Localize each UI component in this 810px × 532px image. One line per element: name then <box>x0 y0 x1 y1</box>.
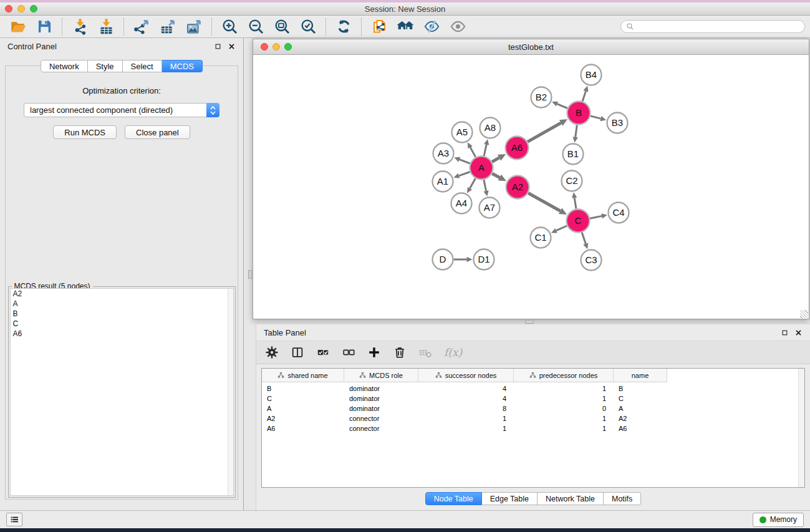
tab-select[interactable]: Select <box>123 60 162 72</box>
table-panel-float-button[interactable] <box>781 329 789 337</box>
tab-motifs[interactable]: Motifs <box>604 492 641 505</box>
result-list-item[interactable]: A <box>11 299 233 309</box>
result-list-item[interactable]: B <box>11 309 233 319</box>
graph-edge-B-B1[interactable] <box>573 125 578 142</box>
new-network-from-selection-button[interactable] <box>366 17 392 37</box>
graph-node-A7[interactable]: A7 <box>480 198 500 218</box>
graph-node-A2[interactable]: A2 <box>506 176 529 199</box>
graph-edge-A-A6[interactable] <box>492 154 506 162</box>
graph-node-C1[interactable]: C1 <box>531 228 551 248</box>
criterion-select[interactable]: largest connected component (directed) <box>24 103 219 117</box>
resize-grip-icon[interactable] <box>800 310 808 318</box>
export-network-button[interactable] <box>128 17 155 37</box>
graph-node-B[interactable]: B <box>567 102 591 125</box>
task-history-button[interactable] <box>6 513 22 526</box>
graph-edge-C-C1[interactable] <box>551 226 567 233</box>
column-header-MCDS-role[interactable]: MCDS role <box>344 369 418 382</box>
save-session-button[interactable] <box>31 17 57 37</box>
graph-node-A8[interactable]: A8 <box>480 118 501 138</box>
close-panel-button[interactable]: Close panel <box>125 125 190 139</box>
graph-node-B4[interactable]: B4 <box>581 65 602 85</box>
graph-edge-A-A5[interactable] <box>468 142 476 157</box>
graph-edge-A6-B[interactable] <box>528 119 567 142</box>
graph-node-C[interactable]: C <box>567 210 590 233</box>
table-row[interactable]: Cdominator41C <box>262 394 804 404</box>
toggle-column-panel-button[interactable] <box>291 346 304 359</box>
column-header-predecessor-nodes[interactable]: predecessor nodes <box>514 369 614 382</box>
tab-style[interactable]: Style <box>88 60 123 72</box>
mcds-result-list[interactable]: A2ABCA6 <box>10 288 234 496</box>
graph-node-A4[interactable]: A4 <box>451 193 472 214</box>
tab-mcds[interactable]: MCDS <box>162 60 203 72</box>
apply-layout-button[interactable] <box>330 17 357 37</box>
result-list-item[interactable]: A6 <box>11 329 233 339</box>
network-canvas[interactable]: AA1A2A3A4A5A6A7A8BB1B2B3B4CC1C2C3C4DD1 <box>253 55 809 319</box>
graph-node-A1[interactable]: A1 <box>433 172 453 192</box>
zoom-selected-button[interactable] <box>295 17 321 37</box>
network-minimize-button[interactable] <box>272 43 280 51</box>
column-header-name[interactable]: name <box>614 369 667 382</box>
network-graph[interactable]: AA1A2A3A4A5A6A7A8BB1B2B3B4CC1C2C3C4DD1 <box>253 55 809 319</box>
zoom-out-button[interactable] <box>243 17 269 37</box>
graph-edge-A-A4[interactable] <box>467 178 475 193</box>
graph-edge-C-C2[interactable] <box>572 192 577 208</box>
table-row[interactable]: Adominator80A <box>262 404 804 414</box>
table-row[interactable]: Bdominator41B <box>262 384 804 394</box>
graph-node-C4[interactable]: C4 <box>609 203 629 223</box>
function-builder-button[interactable]: f(x) <box>444 346 462 359</box>
create-new-column-button[interactable] <box>367 346 381 359</box>
export-image-button[interactable] <box>181 17 207 37</box>
select-all-rows-button[interactable] <box>316 346 330 359</box>
tab-edge-table[interactable]: Edge Table <box>482 492 538 505</box>
memory-button[interactable]: Memory <box>753 513 804 527</box>
graph-node-B2[interactable]: B2 <box>531 87 552 108</box>
column-header-successor-nodes[interactable]: successor nodes <box>418 369 514 382</box>
import-network-from-file-button[interactable] <box>67 17 93 37</box>
result-list-scrollbar[interactable] <box>228 289 233 495</box>
graph-edge-A-A7[interactable] <box>483 180 488 196</box>
graph-node-B1[interactable]: B1 <box>563 144 584 165</box>
network-window-titlebar[interactable]: testGlobe.txt <box>253 39 809 55</box>
graph-edge-B-B2[interactable] <box>552 102 567 109</box>
column-header-shared-name[interactable]: shared name <box>262 369 344 382</box>
graph-edge-B-B3[interactable] <box>591 116 606 121</box>
table-row[interactable]: A6connector11A6 <box>262 423 804 433</box>
show-graphics-details-button[interactable] <box>445 17 471 37</box>
deselect-all-rows-button[interactable] <box>342 346 355 359</box>
network-zoom-button[interactable] <box>284 43 292 51</box>
graph-node-B3[interactable]: B3 <box>607 113 628 133</box>
result-list-item[interactable]: A2 <box>11 289 233 299</box>
zoom-fit-button[interactable] <box>269 17 295 37</box>
graph-edge-B-B4[interactable] <box>582 86 588 102</box>
tab-network[interactable]: Network <box>41 60 88 72</box>
control-panel-float-button[interactable] <box>214 42 222 51</box>
run-mcds-button[interactable]: Run MCDS <box>53 125 117 139</box>
graph-node-C3[interactable]: C3 <box>581 250 602 271</box>
graph-edge-C-C4[interactable] <box>590 213 607 218</box>
graph-node-D[interactable]: D <box>433 249 453 270</box>
graph-node-A5[interactable]: A5 <box>452 122 473 143</box>
result-list-item[interactable]: C <box>11 319 233 329</box>
graph-edge-A2-C[interactable] <box>528 193 567 215</box>
graph-edge-D-D1[interactable] <box>454 257 473 262</box>
hide-graphics-details-button[interactable] <box>418 17 445 37</box>
delete-table-button[interactable] <box>418 346 432 359</box>
tab-node-table[interactable]: Node Table <box>425 492 482 505</box>
minimize-window-button[interactable] <box>17 5 25 12</box>
graph-edge-A-A8[interactable] <box>484 139 489 156</box>
table-row[interactable]: A2connector11A2 <box>262 414 804 423</box>
tab-network-table[interactable]: Network Table <box>538 492 604 505</box>
close-window-button[interactable] <box>5 5 12 12</box>
search-input[interactable] <box>637 22 799 31</box>
desktop-vertical-scroll-thumb[interactable] <box>248 270 252 279</box>
table-scrollbar[interactable] <box>798 369 804 487</box>
zoom-in-button[interactable] <box>216 17 243 37</box>
table-settings-button[interactable] <box>265 346 279 359</box>
graph-edge-C-C3[interactable] <box>582 232 588 249</box>
graph-node-C2[interactable]: C2 <box>562 171 582 191</box>
export-table-button[interactable] <box>155 17 181 37</box>
graph-node-A6[interactable]: A6 <box>506 137 529 160</box>
graph-edge-A-A2[interactable] <box>492 173 506 181</box>
delete-columns-button[interactable] <box>393 346 407 359</box>
graph-edge-A-A1[interactable] <box>453 172 470 178</box>
